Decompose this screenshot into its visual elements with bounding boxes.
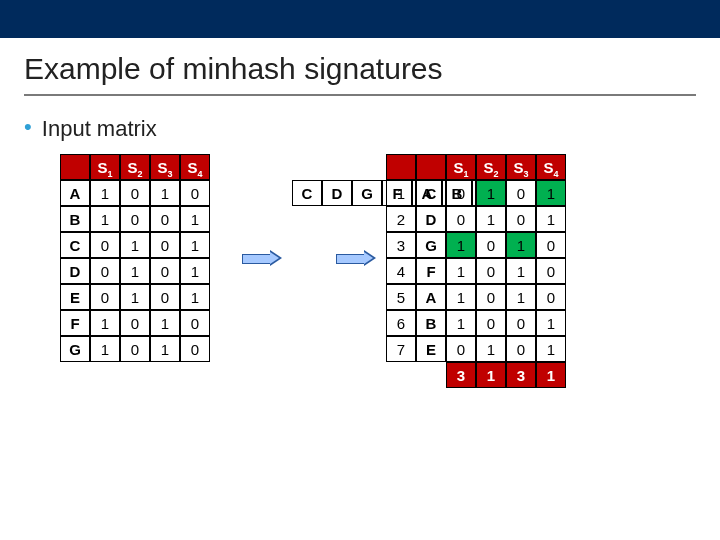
matrix-cell: 0 (90, 258, 120, 284)
result-index: 3 (386, 232, 416, 258)
bullet-line: • Input matrix (0, 96, 720, 142)
result-cell: 1 (536, 336, 566, 362)
result-cell: 0 (476, 232, 506, 258)
result-row-label: B (416, 310, 446, 336)
matrix-cell: 0 (150, 232, 180, 258)
matrix-cell: 0 (150, 206, 180, 232)
corner-cell (386, 154, 416, 180)
matrix-cell: 0 (90, 284, 120, 310)
result-cell: 1 (506, 258, 536, 284)
matrix-cell: 1 (150, 180, 180, 206)
matrix-cell: 1 (90, 336, 120, 362)
result-cell: 0 (446, 180, 476, 206)
matrix-cell: 1 (90, 206, 120, 232)
matrix-cell: 1 (180, 206, 210, 232)
result-cell: 1 (506, 232, 536, 258)
result-cell: 1 (446, 232, 476, 258)
matrix-cell: 0 (120, 206, 150, 232)
input-matrix-table: S1S2S3S4A1010B1001C0101D0101E0101F1010G1… (60, 154, 210, 362)
matrix-cell: 0 (180, 336, 210, 362)
col-header: S4 (536, 154, 566, 180)
matrix-cell: 1 (180, 258, 210, 284)
result-cell: 0 (446, 336, 476, 362)
result-cell: 1 (446, 284, 476, 310)
matrix-cell: 0 (120, 180, 150, 206)
result-cell: 1 (506, 284, 536, 310)
result-index: 1 (386, 180, 416, 206)
corner-cell (416, 154, 446, 180)
result-row-label: F (416, 258, 446, 284)
result-index: 7 (386, 336, 416, 362)
result-cell: 0 (506, 206, 536, 232)
row-label: G (60, 336, 90, 362)
result-row-label: D (416, 206, 446, 232)
result-index: 4 (386, 258, 416, 284)
matrix-cell: 1 (120, 258, 150, 284)
result-cell: 1 (446, 258, 476, 284)
arrow-icon (336, 250, 376, 266)
result-cell: 1 (536, 310, 566, 336)
perm-cell: D (322, 180, 352, 206)
bullet-text: Input matrix (42, 116, 157, 141)
result-cell: 1 (476, 180, 506, 206)
result-index: 5 (386, 284, 416, 310)
result-row-label: C (416, 180, 446, 206)
result-cell: 0 (506, 180, 536, 206)
result-cell: 0 (446, 206, 476, 232)
result-cell: 1 (446, 310, 476, 336)
signature-cell: 3 (506, 362, 536, 388)
result-cell: 1 (476, 336, 506, 362)
blank-cell (416, 362, 446, 388)
matrix-cell: 1 (120, 284, 150, 310)
result-cell: 1 (476, 206, 506, 232)
signature-cell: 1 (476, 362, 506, 388)
content-area: S1S2S3S4A1010B1001C0101D0101E0101F1010G1… (0, 154, 720, 474)
col-header: S4 (180, 154, 210, 180)
row-label: A (60, 180, 90, 206)
result-index: 2 (386, 206, 416, 232)
matrix-cell: 1 (120, 232, 150, 258)
top-bar (0, 0, 720, 38)
result-cell: 0 (536, 258, 566, 284)
col-header: S2 (120, 154, 150, 180)
corner-cell (60, 154, 90, 180)
result-cell: 0 (506, 310, 536, 336)
result-row-label: E (416, 336, 446, 362)
result-row-label: G (416, 232, 446, 258)
slide-title: Example of minhash signatures (0, 38, 720, 90)
matrix-cell: 1 (90, 180, 120, 206)
row-label: C (60, 232, 90, 258)
matrix-cell: 0 (150, 284, 180, 310)
matrix-cell: 0 (180, 180, 210, 206)
matrix-cell: 1 (90, 310, 120, 336)
result-cell: 0 (506, 336, 536, 362)
matrix-cell: 0 (180, 310, 210, 336)
row-label: E (60, 284, 90, 310)
result-index: 6 (386, 310, 416, 336)
row-label: D (60, 258, 90, 284)
result-cell: 0 (476, 310, 506, 336)
col-header: S1 (90, 154, 120, 180)
result-cell: 0 (536, 284, 566, 310)
matrix-cell: 0 (90, 232, 120, 258)
matrix-cell: 0 (120, 336, 150, 362)
matrix-cell: 1 (150, 336, 180, 362)
matrix-cell: 0 (120, 310, 150, 336)
row-label: F (60, 310, 90, 336)
col-header: S3 (506, 154, 536, 180)
col-header: S2 (476, 154, 506, 180)
result-row-label: A (416, 284, 446, 310)
col-header: S1 (446, 154, 476, 180)
result-cell: 0 (476, 258, 506, 284)
signature-cell: 1 (536, 362, 566, 388)
result-cell: 1 (536, 206, 566, 232)
perm-cell: G (352, 180, 382, 206)
matrix-cell: 1 (180, 232, 210, 258)
row-label: B (60, 206, 90, 232)
matrix-cell: 0 (150, 258, 180, 284)
signature-cell: 3 (446, 362, 476, 388)
matrix-cell: 1 (150, 310, 180, 336)
result-cell: 1 (536, 180, 566, 206)
result-cell: 0 (536, 232, 566, 258)
col-header: S3 (150, 154, 180, 180)
